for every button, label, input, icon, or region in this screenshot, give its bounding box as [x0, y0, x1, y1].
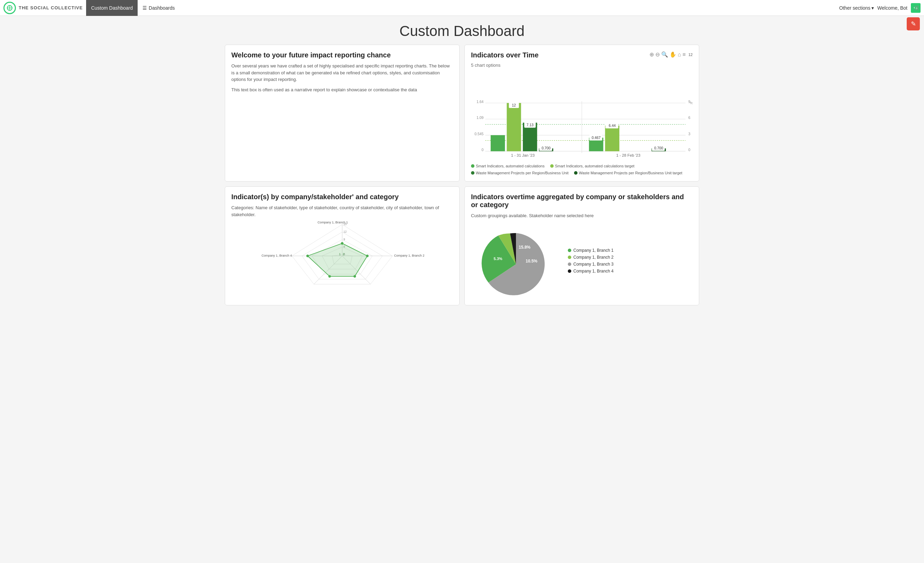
zoom-out-icon[interactable]: ⊖: [655, 51, 660, 58]
pie-label-1: Company 1, Branch 1: [573, 248, 614, 253]
svg-text:1.64: 1.64: [477, 100, 483, 104]
menu-icon[interactable]: ≡: [682, 51, 686, 58]
pie-legend-item-2: Company 1, Branch 2: [568, 255, 614, 260]
stakeholder-categories: Categories: Name of stakeholder, type of…: [231, 204, 453, 218]
radar-svg: 3 6 9 12 15 1 2 Company 1, Branch 1 Comp…: [231, 221, 453, 290]
bar-chart-svg: 0 0.545 1.09 1.64 0 3 6 9: [471, 71, 693, 161]
bar-chart-container: 0 0.545 1.09 1.64 0 3 6 9: [471, 71, 693, 161]
bar-jan-smart-target: [507, 103, 521, 152]
svg-text:Company 1, Branch 2: Company 1, Branch 2: [394, 254, 424, 257]
welcome-card-para2: This text box is often used as a narrati…: [231, 86, 453, 93]
stakeholder-card-title: Indicator(s) by company/stakeholder' and…: [231, 193, 453, 201]
page-title: Custom Dashboard: [0, 23, 924, 39]
radar-chart-container: 3 6 9 12 15 1 2 Company 1, Branch 1 Comp…: [231, 221, 453, 290]
bar-feb-smart-target: [605, 126, 620, 151]
svg-text:6.44: 6.44: [609, 124, 615, 128]
zoom-in-icon[interactable]: ⊕: [650, 51, 654, 58]
legend-dot-1: [471, 164, 474, 168]
legend-item-2: Smart Indicators, automated calculations…: [550, 164, 634, 168]
page-title-section: Custom Dashboard: [0, 16, 924, 45]
legend-label-2: Smart Indicators, automated calculations…: [555, 164, 634, 168]
svg-point-51: [353, 275, 356, 277]
pie-legend-item-4: Company 1, Branch 4: [568, 269, 614, 273]
legend-item-3: Waste Management Projects per Region/Bus…: [471, 171, 568, 175]
pan-icon[interactable]: ✋: [669, 51, 676, 58]
svg-text:3: 3: [688, 132, 691, 136]
svg-point-53: [306, 255, 309, 257]
edit-icon: ✎: [911, 20, 916, 28]
nav-custom-dashboard-label: Custom Dashboard: [91, 5, 133, 11]
legend-item-4: Waste Management Projects per Region/Bus…: [574, 171, 682, 175]
svg-text:10.5%: 10.5%: [526, 259, 537, 264]
svg-text:0: 0: [482, 148, 483, 152]
svg-text:0.700: 0.700: [654, 146, 663, 150]
svg-point-50: [366, 255, 369, 257]
svg-text:0.545: 0.545: [474, 132, 483, 136]
svg-text:0.700: 0.700: [542, 146, 550, 150]
chart-options-text: 5 chart options: [471, 63, 693, 68]
pie-legend-item-1: Company 1, Branch 1: [568, 248, 614, 253]
welcome-card-title: Welcome to your future impact reporting …: [231, 51, 453, 59]
pie-dot-3: [568, 263, 571, 266]
svg-text:1.09: 1.09: [477, 116, 483, 120]
welcome-text: Welcome, Bot: [878, 5, 908, 11]
svg-text:15.8%: 15.8%: [519, 245, 531, 250]
bar-jan-smart: [491, 135, 505, 152]
stakeholder-card: Indicator(s) by company/stakeholder' and…: [225, 186, 460, 305]
svg-text:1 - 31 Jan '23: 1 - 31 Jan '23: [511, 153, 535, 158]
pie-legend: Company 1, Branch 1 Company 1, Branch 2 …: [568, 248, 614, 273]
svg-text:Company 1, Branch 1: Company 1, Branch 1: [318, 221, 348, 224]
welcome-card-para1: Over several years we have crafted a set…: [231, 63, 453, 83]
edit-fab-button[interactable]: ✎: [907, 17, 920, 30]
navbar: THE SOCIAL COLLECTIVE Custom Dashboard ☰…: [0, 0, 924, 16]
legend-dot-4: [574, 171, 578, 175]
svg-text:12: 12: [344, 230, 347, 233]
other-sections-menu[interactable]: Other sections ▾: [839, 5, 874, 11]
legend-label-4: Waste Management Projects per Region/Bus…: [579, 171, 682, 175]
svg-text:1: 1: [339, 253, 340, 256]
y2-label-top: 12: [688, 53, 693, 57]
svg-text:2: 2: [343, 253, 344, 256]
svg-text:0.467: 0.467: [592, 136, 601, 140]
home-icon[interactable]: ⌂: [678, 51, 681, 58]
nav-dashboards-label: Dashboards: [149, 5, 175, 11]
svg-point-49: [341, 242, 344, 245]
logo-text: THE SOCIAL COLLECTIVE: [19, 5, 82, 11]
dropdown-arrow-icon: ▾: [872, 5, 874, 11]
dashboard-grid: Welcome to your future impact reporting …: [220, 45, 704, 310]
svg-text:Total: Total: [690, 101, 693, 105]
pie-dot-4: [568, 269, 571, 273]
aggregated-card-title: Indicators overtime aggregated by compan…: [471, 193, 693, 209]
legend-label-3: Waste Management Projects per Region/Bus…: [476, 171, 568, 175]
pie-label-2: Company 1, Branch 2: [573, 255, 614, 260]
pie-label-4: Company 1, Branch 4: [573, 269, 614, 273]
welcome-card: Welcome to your future impact reporting …: [225, 45, 460, 182]
legend-item-1: Smart Indicators, automated calculations: [471, 164, 544, 168]
pie-chart-svg: 5.3% 15.8% 10.5%: [471, 223, 561, 299]
logo: THE SOCIAL COLLECTIVE: [3, 2, 82, 14]
svg-text:12: 12: [512, 104, 516, 107]
legend-label-1: Smart Indicators, automated calculations: [476, 164, 544, 168]
pie-label-3: Company 1, Branch 3: [573, 262, 614, 267]
svg-text:0: 0: [688, 148, 691, 152]
svg-text:9: 9: [344, 238, 345, 241]
other-sections-label: Other sections: [839, 5, 870, 11]
search-icon[interactable]: 🔍: [661, 51, 668, 58]
nav-custom-dashboard[interactable]: Custom Dashboard: [86, 0, 138, 16]
legend-dot-3: [471, 171, 474, 175]
aggregated-card: Indicators overtime aggregated by compan…: [464, 186, 699, 305]
menu-icon: ☰: [142, 5, 147, 11]
chart-toolbar: ⊕ ⊖ 🔍 ✋ ⌂ ≡ 12: [650, 51, 693, 58]
chart-legend: Smart Indicators, automated calculations…: [471, 164, 693, 175]
pie-dot-2: [568, 255, 571, 259]
svg-text:Company 1, Branch 4: Company 1, Branch 4: [261, 254, 292, 257]
pie-legend-item-3: Company 1, Branch 3: [568, 262, 614, 267]
indicators-card: Indicators over Time 5 chart options ⊕ ⊖…: [464, 45, 699, 182]
svg-point-52: [328, 275, 331, 277]
pie-area: 5.3% 15.8% 10.5% Company 1, Branch 1 Com…: [471, 223, 693, 299]
pie-dot-1: [568, 249, 571, 252]
aggregated-subtitle: Custom groupings available. Stakeholder …: [471, 212, 693, 219]
navbar-right: Other sections ▾ Welcome, Bot ↪: [839, 3, 921, 13]
legend-dot-2: [550, 164, 554, 168]
nav-dashboards[interactable]: ☰ Dashboards: [138, 0, 180, 16]
